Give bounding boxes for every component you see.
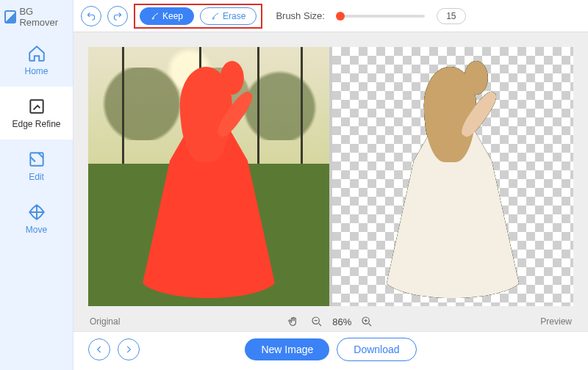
move-icon <box>27 203 46 222</box>
zoom-in-button[interactable] <box>359 313 375 330</box>
erase-button[interactable]: Erase <box>200 7 257 25</box>
erase-label: Erase <box>223 11 245 21</box>
app-title-text: BG Remover <box>19 6 68 28</box>
prev-button[interactable] <box>88 338 110 360</box>
main: Keep Erase Brush Size: 15 <box>74 0 588 370</box>
topbar: Keep Erase Brush Size: 15 <box>74 0 588 32</box>
redo-icon <box>112 11 123 21</box>
canvas-area: Original 86% Preview <box>74 32 588 331</box>
sidebar-item-label: Edge Refine <box>12 119 60 129</box>
chevron-left-icon <box>94 344 104 355</box>
sidebar: BG Remover Home Edge Refine Edit Move <box>0 0 74 370</box>
hand-icon <box>287 316 299 327</box>
edit-icon <box>27 150 46 169</box>
zoom-value: 86% <box>332 316 351 327</box>
preview-label: Preview <box>540 316 572 327</box>
new-image-button[interactable]: New Image <box>245 338 329 360</box>
sidebar-item-label: Home <box>24 66 48 76</box>
sidebar-item-home[interactable]: Home <box>0 34 73 87</box>
highlight-box: Keep Erase <box>134 4 262 29</box>
edge-refine-icon <box>27 97 46 116</box>
sidebar-item-edge-refine[interactable]: Edge Refine <box>0 87 73 139</box>
undo-icon <box>86 11 96 21</box>
redo-button[interactable] <box>107 6 128 26</box>
slider-thumb[interactable] <box>336 12 345 21</box>
next-button[interactable] <box>118 338 140 360</box>
logo-icon <box>4 10 16 23</box>
zoom-in-icon <box>361 316 373 327</box>
keep-button[interactable]: Keep <box>140 7 194 25</box>
bottombar: New Image Download <box>74 331 588 370</box>
sidebar-item-edit[interactable]: Edit <box>0 139 73 192</box>
brush-size-slider[interactable] <box>337 15 425 18</box>
pan-button[interactable] <box>285 313 301 330</box>
original-label: Original <box>90 316 120 327</box>
new-image-label: New Image <box>261 344 313 355</box>
download-label: Download <box>354 344 399 355</box>
undo-button[interactable] <box>81 6 101 26</box>
keep-brush-icon <box>151 12 159 21</box>
original-panel[interactable] <box>88 47 329 306</box>
download-button[interactable]: Download <box>337 338 416 361</box>
sidebar-item-label: Edit <box>29 172 44 182</box>
brush-size-value: 15 <box>437 8 466 24</box>
zoom-out-icon <box>311 316 323 327</box>
keep-label: Keep <box>162 11 183 21</box>
brush-size-label: Brush Size: <box>276 10 324 21</box>
erase-brush-icon <box>211 12 220 21</box>
sidebar-item-move[interactable]: Move <box>0 192 73 245</box>
cutout-result <box>332 47 573 306</box>
preview-panel[interactable] <box>332 47 573 306</box>
zoom-out-button[interactable] <box>309 313 325 330</box>
panels <box>74 32 588 311</box>
sidebar-item-label: Move <box>26 225 47 235</box>
home-icon <box>27 44 46 63</box>
chevron-right-icon <box>123 344 134 355</box>
meta-row: Original 86% Preview <box>74 311 588 331</box>
app-title: BG Remover <box>0 0 73 34</box>
subject-mask-overlay <box>132 65 286 303</box>
